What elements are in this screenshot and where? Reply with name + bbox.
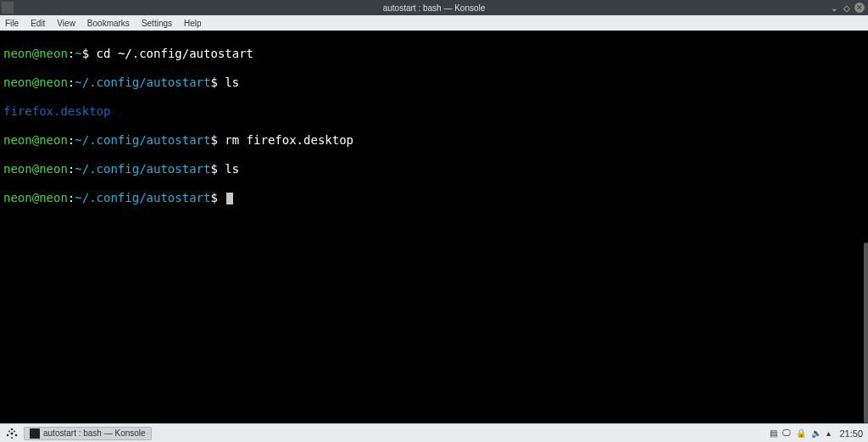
prompt-user: neon@neon [3, 47, 68, 60]
minimize-button[interactable]: ⌄ [829, 3, 839, 13]
command-text: ls [225, 162, 239, 176]
clipboard-tray-icon[interactable]: ▤ [770, 428, 777, 438]
prompt-path: ~/.config/autostart [75, 162, 210, 176]
terminal-scrollbar[interactable] [864, 243, 868, 423]
lock-tray-icon[interactable]: 🔒 [796, 428, 806, 438]
menu-file[interactable]: File [5, 19, 19, 28]
prompt-path: ~/.config/autostart [75, 191, 210, 204]
prompt-user: neon@neon [3, 162, 68, 176]
terminal-view[interactable]: neon@neon:~$ cd ~/.config/autostart neon… [0, 31, 868, 423]
svg-point-4 [8, 430, 10, 432]
menu-view[interactable]: View [57, 19, 75, 28]
svg-point-5 [14, 430, 15, 432]
terminal-line: firefox.desktop [3, 104, 865, 119]
system-tray: ▤ 🖵 🔒 🔈 ▴ 21:50 [770, 428, 863, 439]
volume-tray-icon[interactable]: 🔈 [811, 428, 821, 438]
svg-point-1 [7, 434, 9, 436]
prompt-user: neon@neon [3, 191, 68, 204]
command-text: cd ~/.config/autostart [97, 47, 253, 60]
application-launcher-icon[interactable] [5, 427, 19, 440]
svg-point-2 [15, 434, 18, 436]
terminal-line: neon@neon:~/.config/autostart$ [3, 191, 865, 205]
prompt-path: ~/.config/autostart [75, 76, 210, 89]
prompt-path: ~ [75, 47, 81, 60]
menubar: File Edit View Bookmarks Settings Help [0, 15, 868, 31]
menu-edit[interactable]: Edit [31, 19, 45, 28]
window-controls: ⌄ ◇ ✕ [829, 3, 865, 13]
menu-bookmarks[interactable]: Bookmarks [87, 19, 130, 28]
terminal-line: neon@neon:~/.config/autostart$ rm firefo… [3, 133, 865, 148]
konsole-icon [30, 428, 40, 439]
menu-help[interactable]: Help [184, 19, 202, 28]
menu-settings[interactable]: Settings [142, 19, 172, 28]
app-icon [2, 2, 14, 14]
display-tray-icon[interactable]: 🖵 [782, 428, 791, 438]
terminal-line: neon@neon:~$ cd ~/.config/autostart [3, 47, 865, 61]
tray-expand-icon[interactable]: ▴ [826, 428, 831, 438]
command-text: rm firefox.desktop [225, 133, 353, 147]
terminal-line: neon@neon:~/.config/autostart$ ls [3, 76, 865, 90]
svg-point-0 [11, 428, 14, 430]
prompt-user: neon@neon [3, 133, 68, 147]
task-label: autostart : bash — Konsole [43, 428, 146, 438]
svg-point-3 [10, 432, 13, 434]
command-text: ls [225, 76, 239, 89]
output-text: firefox.desktop [3, 104, 110, 118]
prompt-user: neon@neon [3, 76, 68, 89]
taskbar-task-konsole[interactable]: autostart : bash — Konsole [24, 427, 152, 440]
taskbar: autostart : bash — Konsole ▤ 🖵 🔒 🔈 ▴ 21:… [0, 423, 868, 442]
terminal-line: neon@neon:~/.config/autostart$ ls [3, 162, 865, 176]
close-button[interactable]: ✕ [854, 3, 865, 13]
cursor-block [226, 193, 233, 204]
maximize-button[interactable]: ◇ [842, 3, 852, 13]
window-titlebar: autostart : bash — Konsole ⌄ ◇ ✕ [0, 0, 868, 15]
svg-point-6 [11, 437, 13, 439]
prompt-path: ~/.config/autostart [75, 133, 210, 147]
clock[interactable]: 21:50 [839, 428, 863, 439]
window-title: autostart : bash — Konsole [383, 3, 486, 13]
